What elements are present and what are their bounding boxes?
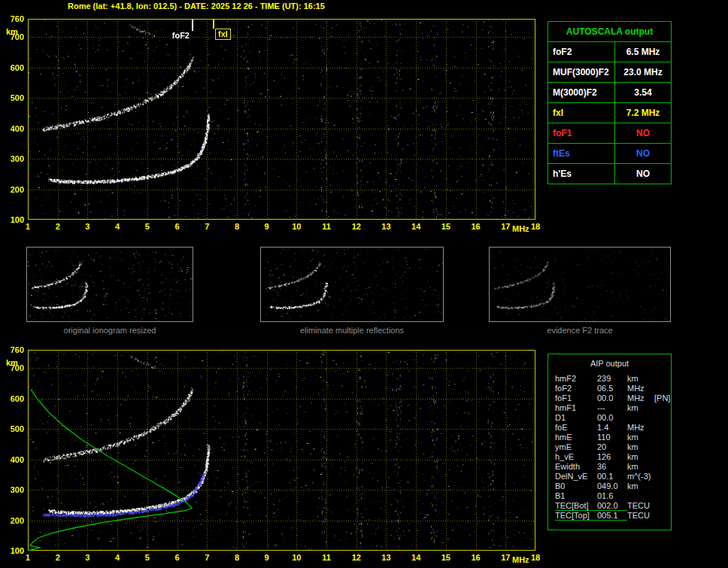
autoscala-value: 7.2 MHz <box>615 103 671 123</box>
main-plot-xtick-6: 6 <box>169 222 186 231</box>
aip-value: 00.1 <box>597 472 627 481</box>
aip-param: DelN_vE <box>555 472 597 481</box>
restored-plot-xtick-2: 2 <box>50 553 66 562</box>
main-plot-xtick-12: 12 <box>348 222 365 231</box>
autoscala-row-foF1: foF1NO <box>548 123 671 144</box>
aip-extra <box>654 442 671 452</box>
autoscala-value: NO <box>615 144 671 163</box>
main-plot-xtick-17: 17 <box>497 222 514 231</box>
autoscala-param: M(3000)F2 <box>548 83 615 102</box>
main-plot-xtick-5: 5 <box>139 222 156 231</box>
aip-value: --- <box>597 403 627 413</box>
aip-param: D1 <box>555 413 597 423</box>
restored-plot-ytick-600: 600 <box>2 394 24 403</box>
aip-header: AIP output <box>548 354 671 374</box>
aip-param: B1 <box>555 491 597 501</box>
aip-row-hmF2: hmF2239km <box>548 374 671 384</box>
aip-param: TEC[Top] <box>555 511 597 521</box>
restored-plot-xtick-17: 17 <box>497 553 514 562</box>
aip-param: hmF1 <box>555 403 597 413</box>
main-plot-xtick-15: 15 <box>438 222 454 231</box>
aip-row-h_vE: h_vE126km <box>548 452 671 462</box>
aip-extra <box>654 423 671 433</box>
aip-value: 1.4 <box>597 423 627 433</box>
aip-param: Ewidth <box>555 462 597 472</box>
aip-value: 01.6 <box>597 491 627 501</box>
aip-param: foE <box>555 423 597 433</box>
thumbnail-eliminate-multiples-canvas <box>260 247 444 322</box>
aip-extra: [PN] <box>654 393 671 403</box>
restored-plot-xtick-14: 14 <box>408 553 424 562</box>
aip-extra <box>654 462 671 472</box>
aip-row-ymE: ymE20km <box>548 442 671 452</box>
aip-row-foF2: foF206.5MHz <box>548 384 671 393</box>
aip-value: 239 <box>597 374 627 384</box>
restored-plot-ytick-760: 760 <box>2 345 24 354</box>
main-plot-xtick-11: 11 <box>318 222 335 231</box>
aip-value: 00.0 <box>597 393 627 403</box>
aip-extra <box>654 374 671 384</box>
restored-plot-xtick-3: 3 <box>79 553 96 562</box>
aip-extra <box>654 452 671 462</box>
aip-unit: MHz <box>627 423 654 433</box>
autoscala-row-MUF(3000)F2: MUF(3000)F223.0 MHz <box>548 62 671 83</box>
restored-plot-xtick-13: 13 <box>378 553 394 562</box>
aip-extra <box>654 501 671 511</box>
main-plot-xtick-16: 16 <box>468 222 484 231</box>
aip-row-foF1: foF100.0MHz[PN] <box>548 393 671 403</box>
aip-unit: km <box>627 462 654 472</box>
main-plot-ytick-400: 400 <box>2 124 24 133</box>
aip-extra <box>654 384 671 393</box>
restored-plot-xtick-7: 7 <box>199 553 215 562</box>
restored-plot-xtick-8: 8 <box>229 553 245 562</box>
restored-plot-xtick-6: 6 <box>169 553 186 562</box>
main-plot-xtick-3: 3 <box>79 222 96 231</box>
restored-plot-xtick-5: 5 <box>139 553 156 562</box>
main-plot-xtick-7: 7 <box>199 222 215 231</box>
aip-row-hmF1: hmF1---km <box>548 403 671 413</box>
aip-unit: km <box>627 452 654 462</box>
aip-extra <box>654 491 671 501</box>
aip-unit: km <box>627 403 654 413</box>
main-plot-ytick-300: 300 <box>2 154 24 163</box>
aip-param: hmF2 <box>555 374 597 384</box>
aip-extra <box>654 511 671 521</box>
autoscala-param: foF2 <box>548 42 615 62</box>
ionogram-main-canvas <box>28 19 535 220</box>
aip-value: 20 <box>597 442 627 452</box>
thumbnail-evidence-f2-canvas <box>489 247 671 322</box>
autoscala-value: NO <box>615 123 671 143</box>
aip-unit: km <box>627 481 654 491</box>
aip-row-Ewidth: Ewidth36km <box>548 462 671 472</box>
restored-plot-xtick-1: 1 <box>20 553 36 562</box>
aip-value: 06.5 <box>597 384 627 393</box>
aip-unit: km <box>627 433 654 442</box>
aip-extra <box>654 403 671 413</box>
restored-plot-xtick-9: 9 <box>259 553 275 562</box>
thumbnail-eliminate-multiples: eliminate multiple reflections <box>260 247 444 335</box>
restored-plot-ytick-400: 400 <box>2 455 24 464</box>
aip-unit <box>627 491 654 501</box>
aip-row-B1: B101.6 <box>548 491 671 501</box>
autoscala-header: AUTOSCALA output <box>548 22 671 42</box>
main-plot-xtick-14: 14 <box>408 222 424 231</box>
aip-row-D1: D100.0 <box>548 413 671 423</box>
aip-unit: km <box>627 442 654 452</box>
main-plot-xtick-10: 10 <box>288 222 305 231</box>
restored-plot-ytick-700: 700 <box>2 363 24 372</box>
autoscala-output-table: AUTOSCALA output foF26.5 MHzMUF(3000)F22… <box>548 21 672 184</box>
aip-value: 126 <box>597 452 627 462</box>
restored-plot-ytick-200: 200 <box>2 516 24 525</box>
aip-unit: m^(-3) <box>627 472 654 481</box>
aip-extra <box>654 472 671 481</box>
aip-extra <box>654 481 671 491</box>
fxI-marker-label: fxI <box>215 29 231 40</box>
aip-row-TEC[Bot]: TEC[Bot]002.0TECU <box>548 501 671 511</box>
autoscala-value: 23.0 MHz <box>615 62 671 82</box>
foF2-marker-label: foF2 <box>165 31 190 40</box>
autoscala-row-h'Es: h'EsNO <box>548 164 671 184</box>
aip-extra <box>654 433 671 442</box>
thumbnail-original-canvas <box>26 247 193 322</box>
aip-unit: TECU <box>627 511 654 521</box>
aip-unit <box>627 413 654 423</box>
